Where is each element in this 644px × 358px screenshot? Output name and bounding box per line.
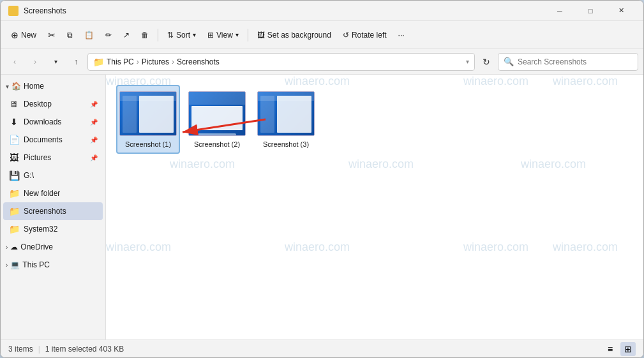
sidebar-screenshots-label: Screenshots [24, 207, 98, 216]
delete-button[interactable]: 🗑 [136, 25, 154, 45]
breadcrumb-screenshots: Screenshots [177, 57, 220, 66]
sidebar-item-gdrive[interactable]: 💾 G:\ [3, 167, 103, 184]
file-name-2: Screenshot (2) [194, 140, 240, 149]
cut-button[interactable]: ✂ [43, 25, 61, 45]
paste-icon: 📋 [84, 31, 94, 40]
recent-locations-button[interactable]: ▾ [47, 53, 64, 71]
thumb-win11-2 [189, 92, 245, 135]
sidebar-gdrive-label: G:\ [24, 171, 98, 180]
watermark: winaero.com [521, 158, 586, 171]
sidebar-desktop-label: Desktop [24, 100, 86, 108]
rename-button[interactable]: ✏ [100, 25, 117, 45]
more-options-button[interactable]: ··· [393, 25, 410, 45]
documents-icon: 📄 [8, 135, 20, 145]
set-background-button[interactable]: 🖼 Set as background [252, 25, 336, 45]
breadcrumb-pictures: Pictures [142, 57, 169, 66]
pin-icon4: 📌 [90, 154, 98, 161]
grid-view-button[interactable]: ⊞ [620, 342, 636, 356]
list-view-button[interactable]: ≡ [603, 342, 618, 356]
file-item-screenshot3[interactable]: Screenshot (3) [254, 85, 318, 154]
maximize-button[interactable]: □ [576, 1, 605, 21]
item-count: 3 items [8, 345, 33, 354]
sidebar-item-newfolder[interactable]: 📁 New folder [3, 184, 103, 202]
onedrive-expand-icon: › [6, 244, 8, 251]
copy-icon: ⧉ [67, 31, 73, 40]
share-button[interactable]: ↗ [118, 25, 135, 45]
sidebar-item-screenshots[interactable]: 📁 Screenshots [3, 202, 103, 220]
share-icon: ↗ [123, 31, 130, 40]
view-icon: ⊞ [207, 31, 214, 40]
list-view-icon: ≡ [608, 344, 613, 354]
pin-icon3: 📌 [90, 137, 98, 144]
close-button[interactable]: ✕ [606, 1, 636, 21]
window: Screenshots ─ □ ✕ ⊕ New ✂ ⧉ 📋 ✏ ↗ 🗑 [0, 0, 644, 358]
set-background-label: Set as background [267, 31, 331, 40]
sidebar-item-system32[interactable]: 📁 System32 [3, 220, 103, 238]
thumb-main-3 [277, 96, 311, 133]
sidebar-onedrive-header[interactable]: › ☁ OneDrive [1, 238, 105, 256]
sort-button[interactable]: ⇅ Sort ▾ [162, 25, 201, 45]
gdrive-icon: 💾 [8, 170, 20, 181]
more-icon: ··· [398, 31, 405, 40]
address-path[interactable]: 📁 This PC › Pictures › Screenshots ▾ [87, 53, 475, 71]
search-box: 🔍 [498, 53, 638, 71]
sidebar-newfolder-label: New folder [24, 189, 98, 198]
rotate-left-button[interactable]: ↺ Rotate left [338, 25, 392, 45]
sidebar-item-documents[interactable]: 📄 Documents 📌 [3, 131, 103, 149]
sidebar-home-header[interactable]: ▾ 🏠 Home [1, 77, 105, 95]
sort-label: Sort [176, 31, 190, 40]
watermark: winaero.com [170, 158, 235, 171]
watermark: winaero.com [348, 158, 414, 171]
up-button[interactable]: ↑ [67, 53, 85, 71]
sidebar-item-pictures[interactable]: 🖼 Pictures 📌 [3, 149, 103, 167]
up-icon: ↑ [74, 57, 78, 66]
copy-button[interactable]: ⧉ [62, 25, 78, 45]
status-bar: 3 items | 1 item selected 403 KB ≡ ⊞ [1, 339, 643, 357]
sidebar-item-desktop[interactable]: 🖥 Desktop 📌 [3, 95, 103, 113]
file-item-screenshot1[interactable]: Screenshot (1) [116, 85, 180, 154]
status-bar-right: ≡ ⊞ [603, 342, 636, 356]
downloads-icon: ⬇ [8, 117, 20, 127]
screenshots-folder-icon: 📁 [8, 206, 20, 216]
system32-icon: 📁 [8, 224, 20, 234]
breadcrumb-chevron-icon: ▾ [466, 58, 469, 65]
file-item-screenshot2[interactable]: Screenshot (2) [185, 85, 249, 154]
back-button[interactable]: ‹ [6, 53, 24, 71]
pin-icon: 📌 [90, 101, 98, 108]
window-title: Screenshots [24, 6, 540, 15]
newfolder-icon: 📁 [8, 188, 20, 198]
back-icon: ‹ [13, 57, 16, 66]
sidebar-pictures-label: Pictures [24, 153, 86, 162]
selection-info: 1 item selected 403 KB [45, 345, 124, 354]
sidebar-thispc-header[interactable]: › 💻 This PC [1, 256, 105, 274]
home-label: Home [24, 82, 44, 91]
thumb-explorer-1 [120, 92, 176, 135]
new-button[interactable]: ⊕ New [6, 25, 41, 45]
sidebar: ▾ 🏠 Home 🖥 Desktop 📌 ⬇ Downloads 📌 📄 Doc… [1, 75, 106, 339]
breadcrumb-this-pc: This PC [107, 57, 134, 66]
title-bar: Screenshots ─ □ ✕ [1, 1, 643, 21]
thispc-expand-icon: › [6, 262, 8, 269]
rename-icon: ✏ [105, 31, 112, 40]
minimize-button[interactable]: ─ [545, 1, 574, 21]
grid-view-icon: ⊞ [624, 344, 632, 354]
sidebar-item-downloads[interactable]: ⬇ Downloads 📌 [3, 113, 103, 131]
main-content: ▾ 🏠 Home 🖥 Desktop 📌 ⬇ Downloads 📌 📄 Doc… [1, 75, 643, 339]
sidebar-system32-label: System32 [24, 225, 98, 234]
view-label: View [216, 31, 233, 40]
search-input[interactable] [518, 57, 633, 66]
cut-icon: ✂ [48, 30, 56, 40]
sort-chevron-icon: ▾ [193, 31, 196, 38]
file-area[interactable]: winaero.com winaero.com winaero.com wina… [106, 75, 643, 339]
thispc-icon: 💻 [10, 260, 20, 269]
watermark: winaero.com [106, 241, 171, 254]
refresh-button[interactable]: ↻ [477, 53, 495, 71]
delete-icon: 🗑 [141, 31, 149, 40]
forward-button[interactable]: › [26, 53, 44, 71]
sidebar-downloads-label: Downloads [24, 117, 86, 126]
thispc-label: This PC [22, 260, 50, 269]
title-bar-controls: ─ □ ✕ [545, 1, 636, 21]
view-button[interactable]: ⊞ View ▾ [202, 25, 244, 45]
paste-button[interactable]: 📋 [79, 25, 99, 45]
refresh-icon: ↻ [483, 57, 490, 67]
